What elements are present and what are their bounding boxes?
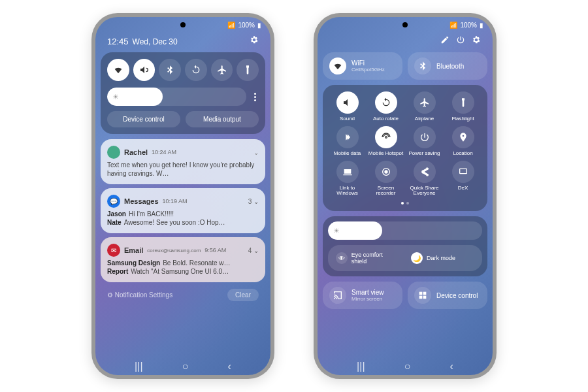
settings-gear-icon[interactable] [472,35,481,47]
svg-rect-3 [419,292,423,295]
notif-line: JasonHi I'm BACK!!!!! [107,210,259,218]
phone-right: 📶 100% ▮ WiFiCellSpot5GHz Bluetooth Soun… [314,13,497,379]
airplane-toggle[interactable] [211,59,233,81]
mobile-data-toggle[interactable]: Mobile data [329,126,365,157]
bluetooth-icon [414,57,431,74]
battery-icon: ▮ [480,22,483,29]
quick-panel: ☀ Device control Media output [101,52,265,134]
wifi-toggle[interactable] [107,59,129,81]
clock-time: 12:45 [107,37,129,46]
svg-point-1 [384,170,387,173]
date: Wed, Dec 30 [133,37,178,46]
quick-share-toggle[interactable]: Quick Share Everyone [406,161,442,197]
svg-rect-5 [419,296,423,299]
brightness-slider[interactable]: ☀ [328,221,482,240]
moon-icon: 🌙 [411,252,423,264]
bluetooth-tile[interactable]: Bluetooth [408,52,487,80]
smart-view-tile[interactable]: Smart viewMirror screen [323,282,402,309]
power-icon[interactable] [456,35,465,47]
rotate-toggle[interactable]: Auto rotate [368,91,404,122]
notif-footer: ⚙ Notification Settings Clear [101,286,265,304]
screen-recorder-toggle[interactable]: Screen recorder [368,161,404,197]
notif-count: 3 ⌄ [248,198,259,205]
screen-left: 📶 100% ▮ 12:45 Wed, Dec 30 ☀ Device cont… [95,17,270,375]
sound-toggle[interactable] [133,59,155,81]
notification-settings-link[interactable]: ⚙ Notification Settings [107,291,172,299]
brightness-icon: ☀ [333,227,340,235]
edit-icon[interactable] [440,35,449,47]
bluetooth-toggle[interactable] [159,59,181,81]
battery-text: 100% [238,22,255,29]
media-output-chip[interactable]: Media output [186,111,259,127]
quick-grid-panel: Sound Auto rotate Airplane Flashlight Mo… [323,85,487,211]
flashlight-toggle[interactable]: Flashlight [445,91,481,122]
notif-app: Email [124,246,143,254]
eye-shield-toggle[interactable]: 👁Eye comfort shield [332,249,403,267]
notif-time: 10:19 AM [163,198,188,204]
svg-rect-6 [423,296,427,299]
pager[interactable] [329,202,481,204]
notif-line: NateAwesome! See you soon :O Hop… [107,218,259,227]
email-icon: ✉ [107,244,120,257]
notif-app: Messages [124,197,159,205]
header [323,35,487,47]
datetime: 12:45 Wed, Dec 30 [107,37,178,46]
screen-right: 📶 100% ▮ WiFiCellSpot5GHz Bluetooth Soun… [318,17,493,375]
battery-text: 100% [460,22,477,29]
notification-rachel[interactable]: Rachel 10:24 AM ⌄ Text me when you get h… [101,139,265,184]
more-icon[interactable] [252,93,259,101]
eye-icon: 👁 [336,252,348,264]
notif-line: ReportWatch "At Samsung One UI 6.0… [107,267,259,276]
camera-notch [180,22,186,27]
header: 12:45 Wed, Dec 30 [101,35,265,47]
signal-icon: 📶 [227,22,235,29]
wifi-tile[interactable]: WiFiCellSpot5GHz [323,52,402,80]
airplane-toggle[interactable]: Airplane [406,91,442,122]
power-saving-toggle[interactable]: Power saving [406,126,442,157]
notif-time: 9:56 AM [204,247,226,253]
messages-icon: 💬 [107,195,120,208]
svg-rect-4 [423,292,427,295]
dex-toggle[interactable]: DeX [445,161,481,197]
phone-left: 📶 100% ▮ 12:45 Wed, Dec 30 ☀ Device cont… [91,13,274,379]
notif-body: Text me when you get here! I know you're… [107,161,259,178]
dark-mode-toggle[interactable]: 🌙Dark mode [407,250,478,267]
wifi-icon [329,57,346,74]
camera-notch [402,22,408,27]
notif-time: 10:24 AM [152,149,176,155]
clear-button[interactable]: Clear [227,289,259,301]
brightness-panel: ☀ 👁Eye comfort shield 🌙Dark mode [323,216,487,276]
notif-title: Rachel [124,148,148,156]
chevron-down-icon[interactable]: ⌄ [253,149,259,156]
sound-toggle[interactable]: Sound [329,91,365,122]
notif-line: Samsung DesignBe Bold. Resonate w… [107,259,259,267]
brightness-slider[interactable]: ☀ [107,88,246,106]
svg-rect-2 [459,169,466,173]
settings-gear-icon[interactable] [250,35,259,47]
brightness-icon: ☀ [112,93,119,101]
cast-icon [329,287,346,304]
notif-address: coreux@samsung.com [147,248,201,253]
link-windows-toggle[interactable]: Link to Windows [329,161,365,197]
device-control-chip[interactable]: Device control [107,111,180,127]
notification-messages[interactable]: 💬 Messages 10:19 AM 3 ⌄ JasonHi I'm BACK… [101,188,265,233]
device-control-tile[interactable]: Device control [408,282,487,309]
location-toggle[interactable]: Location [445,126,481,157]
signal-icon: 📶 [449,22,457,29]
notif-count: 4 ⌄ [248,247,259,254]
battery-icon: ▮ [257,22,261,29]
avatar [107,146,120,159]
hotspot-toggle[interactable]: Mobile Hotspot [368,126,404,157]
grid-icon [414,287,431,304]
rotate-toggle[interactable] [185,59,207,81]
notification-email[interactable]: ✉ Email coreux@samsung.com 9:56 AM 4 ⌄ S… [101,237,265,282]
flashlight-toggle[interactable] [237,59,259,81]
